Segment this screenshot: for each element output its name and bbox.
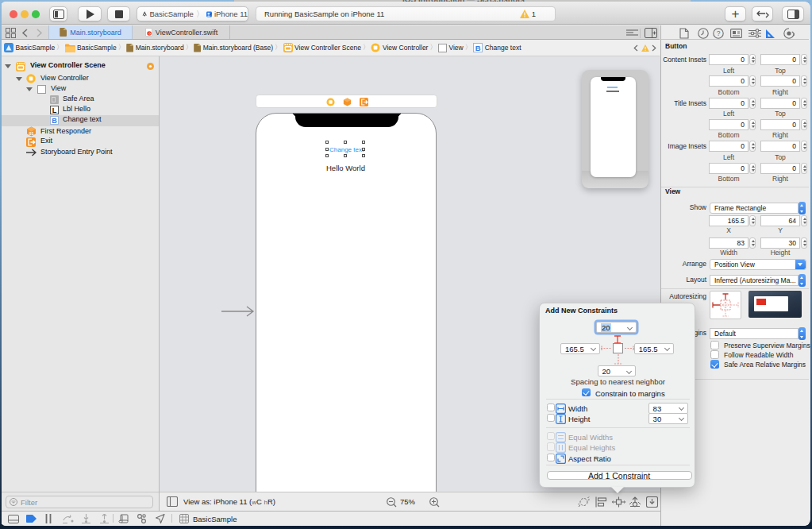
svg-text:?: ? bbox=[717, 29, 721, 37]
svg-text:01: 01 bbox=[29, 131, 33, 136]
